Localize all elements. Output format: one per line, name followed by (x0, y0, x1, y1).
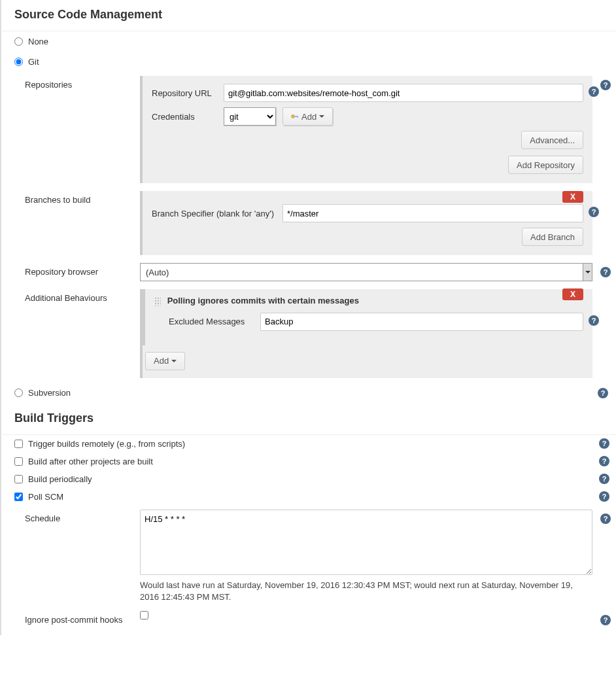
trigger-remote-row[interactable]: Trigger builds remotely (e.g., from scri… (1, 435, 616, 453)
add-branch-button[interactable]: Add Branch (522, 228, 583, 246)
trigger-remote-label: Trigger builds remotely (e.g., from scri… (28, 439, 185, 449)
chevron-down-icon (583, 264, 592, 281)
trigger-poll-label: Poll SCM (28, 492, 63, 502)
trigger-periodic-checkbox[interactable] (14, 475, 23, 483)
help-icon[interactable]: ? (598, 388, 608, 398)
scm-option-git[interactable]: Git (1, 52, 616, 72)
repo-browser-value: (Auto) (141, 268, 169, 277)
radio-git[interactable] (14, 58, 23, 66)
excluded-messages-input[interactable] (260, 313, 583, 331)
add-behaviour-label: Add (154, 356, 169, 366)
chevron-down-icon (171, 360, 177, 362)
repositories-label: Repositories (25, 76, 140, 183)
add-credentials-label: Add (301, 112, 317, 122)
help-icon[interactable]: ? (600, 513, 611, 524)
trigger-periodic-row[interactable]: Build periodically ? (1, 470, 616, 488)
radio-subversion-label: Subversion (28, 388, 71, 398)
help-icon[interactable]: ? (589, 86, 599, 97)
help-icon[interactable]: ? (599, 438, 609, 449)
trigger-remote-checkbox[interactable] (14, 440, 23, 448)
repo-url-label: Repository URL (152, 88, 224, 98)
advanced-button[interactable]: Advanced... (521, 131, 583, 149)
scm-option-none[interactable]: None (1, 31, 616, 52)
schedule-input[interactable] (140, 510, 592, 575)
add-repository-button[interactable]: Add Repository (508, 156, 583, 174)
ignore-hooks-checkbox[interactable] (140, 611, 148, 619)
add-credentials-button[interactable]: Add (282, 107, 333, 126)
trigger-periodic-label: Build periodically (28, 474, 92, 484)
trigger-after-checkbox[interactable] (14, 457, 23, 466)
radio-none[interactable] (14, 37, 23, 46)
key-icon (291, 114, 299, 119)
branch-spec-input[interactable] (282, 204, 583, 222)
delete-branch-button[interactable]: X (562, 191, 583, 203)
behaviour-title: Polling ignores commits with certain mes… (167, 296, 359, 305)
help-icon[interactable]: ? (599, 491, 609, 502)
repo-browser-label: Repository browser (25, 263, 140, 281)
help-icon[interactable]: ? (600, 615, 611, 625)
svg-point-0 (292, 115, 295, 118)
scm-heading: Source Code Management (0, 0, 616, 31)
credentials-label: Credentials (152, 112, 224, 122)
help-icon[interactable]: ? (599, 474, 609, 484)
credentials-select[interactable]: git (224, 107, 276, 126)
scm-option-subversion[interactable]: Subversion ? (1, 382, 616, 404)
radio-subversion[interactable] (14, 389, 23, 397)
trigger-poll-checkbox[interactable] (14, 493, 23, 501)
trigger-after-label: Build after other projects are built (28, 457, 153, 466)
radio-git-label: Git (28, 57, 39, 67)
help-icon[interactable]: ? (599, 456, 609, 466)
trigger-after-row[interactable]: Build after other projects are built ? (1, 453, 616, 470)
help-icon[interactable]: ? (589, 315, 599, 326)
help-icon[interactable]: ? (600, 80, 611, 90)
additional-behaviours-label: Additional Behaviours (25, 289, 140, 378)
excluded-messages-label: Excluded Messages (169, 317, 260, 326)
ignore-hooks-label: Ignore post-commit hooks (25, 611, 140, 625)
branches-label: Branches to build (25, 191, 140, 255)
repo-url-input[interactable] (224, 84, 583, 102)
add-behaviour-button[interactable]: Add (145, 352, 185, 370)
delete-behaviour-button[interactable]: X (562, 288, 583, 300)
help-icon[interactable]: ? (600, 267, 611, 277)
branch-spec-label: Branch Specifier (blank for 'any') (152, 209, 282, 218)
schedule-message: Would last have run at Saturday, Novembe… (140, 580, 592, 603)
drag-handle-icon[interactable] (154, 297, 161, 306)
trigger-poll-row[interactable]: Poll SCM ? (1, 488, 616, 506)
svg-rect-2 (298, 116, 298, 117)
help-icon[interactable]: ? (589, 207, 599, 217)
radio-none-label: None (28, 37, 48, 46)
build-triggers-heading: Build Triggers (0, 404, 616, 435)
repo-browser-select[interactable]: (Auto) (140, 263, 592, 281)
schedule-label: Schedule (25, 510, 140, 603)
chevron-down-icon (319, 115, 324, 118)
